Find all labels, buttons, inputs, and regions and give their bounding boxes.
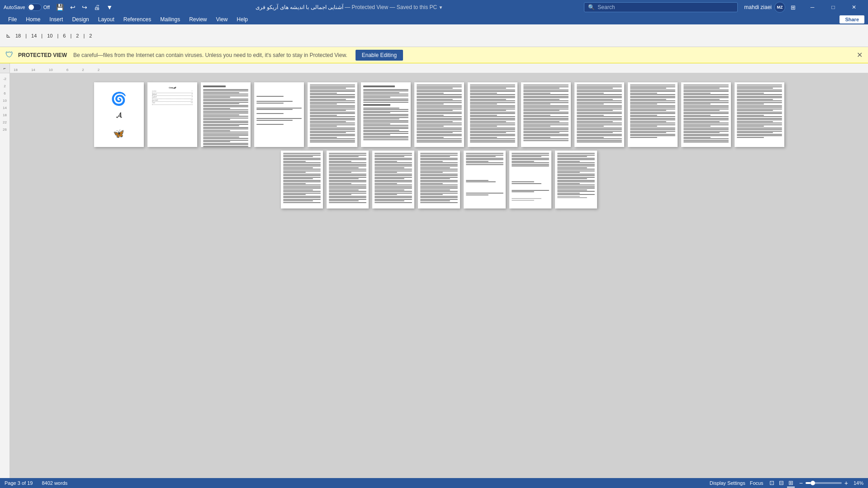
zoom-out-icon[interactable]: − xyxy=(799,479,803,487)
v-tick-7: 22 xyxy=(3,118,7,126)
ribbon-num-9: 2 xyxy=(75,32,80,39)
menu-mailings[interactable]: Mailings xyxy=(156,15,185,24)
page-thumb-2[interactable]: فهرست مقدمه۱ فصل اول۳ فصل دوم۷ فصل سوم۱۲ xyxy=(147,82,197,147)
page-thumb-10[interactable] xyxy=(574,82,624,147)
page-thumb-9[interactable] xyxy=(521,82,571,147)
menu-file[interactable]: File xyxy=(4,15,21,24)
zoom-slider-thumb xyxy=(811,481,815,485)
close-button[interactable]: ✕ xyxy=(844,0,864,14)
v-tick-2: 2 xyxy=(4,82,5,90)
v-tick-5: 14 xyxy=(3,104,7,111)
document-title: آشنایی اجمالی با اندیشه های آریکو فری — … xyxy=(117,4,581,10)
zoom-slider-fill xyxy=(806,482,811,484)
menu-view[interactable]: View xyxy=(212,15,232,24)
zoom-level: 14% xyxy=(851,480,863,486)
page-14-content xyxy=(281,151,323,205)
pages-row-2 xyxy=(281,151,597,208)
menu-review[interactable]: Review xyxy=(185,15,211,24)
page-thumb-16[interactable] xyxy=(372,151,414,208)
undo-icon[interactable]: ↩ xyxy=(68,3,77,12)
toolbar-icons: 💾 ↩ ↪ 🖨 ▼ xyxy=(54,3,114,12)
autosave-toggle[interactable] xyxy=(27,4,42,11)
menu-design[interactable]: Design xyxy=(67,15,93,24)
view-icons: ⊡ ⊟ ⊞ xyxy=(768,479,795,488)
outline-view-icon[interactable]: ⊞ xyxy=(787,479,795,488)
page-thumb-19[interactable] xyxy=(509,151,551,208)
ruler-icon[interactable]: ⊾ xyxy=(5,31,12,40)
page-thumb-8[interactable] xyxy=(468,82,517,147)
page-thumb-14[interactable] xyxy=(281,151,323,208)
page-3-content xyxy=(201,82,251,147)
page-10-content xyxy=(574,82,624,145)
page-8-content xyxy=(468,82,517,145)
titlebar: AutoSave Off 💾 ↩ ↪ 🖨 ▼ آشنایی اجمالی با … xyxy=(0,0,868,14)
menu-help[interactable]: Help xyxy=(232,15,252,24)
menu-insert[interactable]: Insert xyxy=(45,15,67,24)
avatar[interactable]: MZ xyxy=(774,2,785,13)
page-thumb-1[interactable]: 🌀𝓐 🦋 xyxy=(94,82,144,147)
ruler-tick-1: 18 xyxy=(14,68,18,72)
maximize-button[interactable]: □ xyxy=(823,0,844,14)
minimize-button[interactable]: ─ xyxy=(802,0,823,14)
ribbon-num-1: 18 xyxy=(14,32,22,39)
menu-layout[interactable]: Layout xyxy=(94,15,119,24)
share-button[interactable]: Share xyxy=(840,15,864,24)
protected-message: Be careful—files from the Internet can c… xyxy=(73,52,347,58)
search-input[interactable] xyxy=(598,4,734,10)
page-thumb-4[interactable] xyxy=(254,82,304,147)
search-box[interactable]: 🔍 xyxy=(584,2,738,12)
protectedbar-close-icon[interactable]: ✕ xyxy=(857,51,863,59)
v-tick-4: 10 xyxy=(3,97,7,104)
autosave-state: Off xyxy=(43,5,50,10)
save-icon[interactable]: 💾 xyxy=(54,3,66,12)
page-2-content: فهرست مقدمه۱ فصل اول۳ فصل دوم۷ فصل سوم۱۲ xyxy=(147,82,197,109)
page-thumb-7[interactable] xyxy=(414,82,464,147)
page-20-content xyxy=(555,151,597,200)
window-controls: ─ □ ✕ xyxy=(802,0,864,14)
page-19-content xyxy=(509,151,551,203)
page-thumb-13[interactable] xyxy=(735,82,784,147)
word-count: 8402 words xyxy=(42,480,67,486)
menu-home[interactable]: Home xyxy=(21,15,45,24)
page-thumb-5[interactable] xyxy=(308,82,357,147)
search-icon: 🔍 xyxy=(588,4,595,10)
page-thumb-20[interactable] xyxy=(555,151,597,208)
zoom-in-icon[interactable]: + xyxy=(844,479,848,487)
enable-editing-button[interactable]: Enable Editing xyxy=(356,50,403,61)
document-area[interactable]: 🌀𝓐 🦋 فهرست مقدمه۱ xyxy=(10,73,868,478)
ruler-tick-5: 2 xyxy=(82,68,84,72)
ribbon-num-6: | xyxy=(56,32,60,39)
display-settings-button[interactable]: Display Settings xyxy=(710,480,745,486)
main-area: -2 2 6 10 14 18 22 26 🌀𝓐 🦋 xyxy=(0,73,868,478)
horizontal-ruler: 18 14 10 6 2 2 xyxy=(10,63,868,73)
print-layout-icon[interactable]: ⊡ xyxy=(768,479,776,488)
redo-icon[interactable]: ↪ xyxy=(80,3,89,12)
ribbon-num-10: | xyxy=(82,32,86,39)
print-icon[interactable]: 🖨 xyxy=(92,3,102,12)
page-thumb-18[interactable] xyxy=(464,151,506,208)
page-thumb-11[interactable] xyxy=(628,82,678,147)
page-thumb-12[interactable] xyxy=(681,82,731,147)
page-thumb-15[interactable] xyxy=(327,151,369,208)
ruler-tick-6: 2 xyxy=(98,68,100,72)
menu-references[interactable]: References xyxy=(119,15,156,24)
user-name: mahdi ziaei xyxy=(744,4,772,10)
autosave-knob xyxy=(28,5,34,10)
ribbon-num-11: 2 xyxy=(88,32,93,39)
page-2-title: فهرست xyxy=(151,86,194,89)
page-thumb-6[interactable] xyxy=(361,82,411,147)
ribbon-toggle-icon[interactable]: ⊞ xyxy=(791,4,796,11)
protected-view-bar: 🛡 PROTECTED VIEW Be careful—files from t… xyxy=(0,47,868,63)
customize-icon[interactable]: ▼ xyxy=(104,3,114,12)
page-thumb-3[interactable] xyxy=(201,82,251,147)
page-1-symbol: 🌀𝓐 xyxy=(111,91,127,121)
statusbar-right: Display Settings Focus ⊡ ⊟ ⊞ − + 14% xyxy=(710,479,863,488)
ruler-corner[interactable]: ⌐ xyxy=(0,63,10,73)
focus-button[interactable]: Focus xyxy=(750,480,764,486)
page-thumb-17[interactable] xyxy=(418,151,460,208)
web-layout-icon[interactable]: ⊟ xyxy=(778,479,785,488)
zoom-slider[interactable] xyxy=(806,482,842,484)
autosave-label: AutoSave xyxy=(4,5,25,10)
v-tick-1: -2 xyxy=(3,75,6,82)
ruler-tick-2: 14 xyxy=(31,68,35,72)
